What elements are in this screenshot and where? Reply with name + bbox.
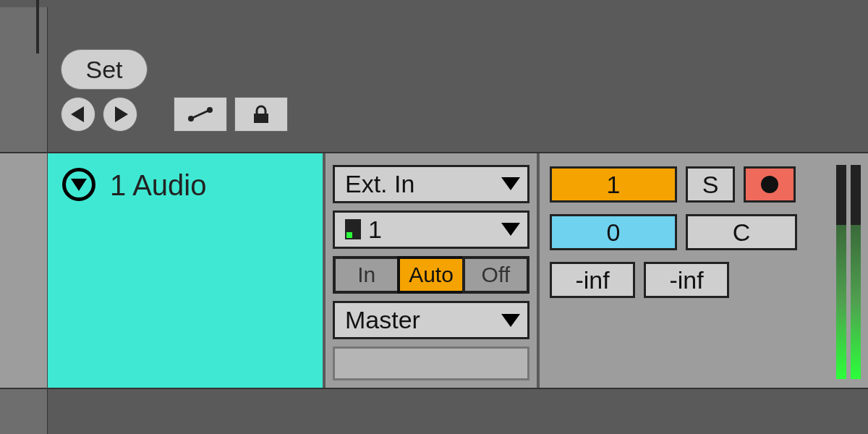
level-meter-right <box>851 165 861 379</box>
channel-signal-icon <box>345 219 361 239</box>
solo-button[interactable]: S <box>686 166 735 203</box>
svg-line-2 <box>192 111 208 118</box>
output-routing-value: Master <box>345 306 420 334</box>
monitor-in-button[interactable]: In <box>333 256 400 294</box>
record-arm-button[interactable] <box>744 166 796 203</box>
nav-forward-button[interactable] <box>103 97 137 132</box>
track-title[interactable]: 1 Audio <box>110 169 206 202</box>
automation-mode-button[interactable] <box>174 97 227 132</box>
track-activator-button[interactable]: 1 <box>550 166 677 203</box>
playhead-marker <box>36 0 39 54</box>
nav-toolbar <box>61 97 288 132</box>
volume-value-right[interactable]: -inf <box>644 262 729 298</box>
crossfade-assign-button[interactable]: C <box>686 214 797 250</box>
left-gutter-trackzone <box>0 152 48 389</box>
output-routing-dropdown[interactable]: Master <box>333 301 529 339</box>
bottom-bar <box>48 389 868 434</box>
monitor-auto-button[interactable]: Auto <box>397 256 464 294</box>
arrow-right-icon <box>115 106 128 122</box>
track-fold-button[interactable] <box>62 168 95 201</box>
volume-value-left[interactable]: -inf <box>550 262 635 298</box>
track-header[interactable]: 1 Audio <box>48 153 326 388</box>
mixer-panel: 1 S 0 C -inf -inf <box>540 153 868 388</box>
arrow-left-icon <box>71 106 84 122</box>
lock-icon <box>251 104 271 124</box>
monitor-off-button[interactable]: Off <box>462 256 529 294</box>
input-channel-value: 1 <box>368 216 382 244</box>
svg-rect-3 <box>254 114 268 123</box>
output-channel-slot[interactable] <box>333 346 529 380</box>
send-a-knob[interactable]: 0 <box>550 214 677 250</box>
lock-envelopes-button[interactable] <box>234 97 288 132</box>
chevron-down-icon <box>501 177 520 190</box>
record-icon <box>761 176 778 193</box>
monitor-selector: In Auto Off <box>333 256 529 294</box>
input-channel-dropdown[interactable]: 1 <box>333 210 529 249</box>
input-type-value: Ext. In <box>345 170 414 198</box>
chevron-down-icon <box>501 223 520 236</box>
chevron-down-icon <box>501 314 520 327</box>
nav-back-button[interactable] <box>61 97 95 132</box>
set-button[interactable]: Set <box>61 49 148 90</box>
io-panel: Ext. In 1 In Auto Off Master <box>326 153 540 388</box>
automation-envelope-icon <box>187 106 214 122</box>
chevron-down-icon <box>71 179 87 191</box>
input-type-dropdown[interactable]: Ext. In <box>333 165 529 203</box>
track-row: 1 Audio Ext. In 1 In Auto Off Master 1 S <box>48 152 868 389</box>
level-meter-left <box>836 165 846 379</box>
